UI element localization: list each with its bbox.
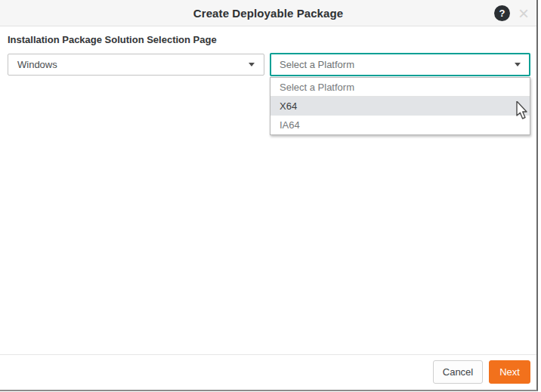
create-deployable-package-dialog: Create Deployable Package ? × Installati…: [0, 0, 538, 391]
dropdown-option-select-a-platform[interactable]: Select a Platform: [270, 78, 530, 97]
platform-select-value: Select a Platform: [280, 59, 515, 70]
chevron-down-icon: [515, 63, 521, 66]
dropdown-option-ia64[interactable]: IA64: [270, 116, 530, 134]
platform-dropdown-list: Select a Platform X64 IA64: [270, 77, 530, 135]
next-button[interactable]: Next: [489, 360, 530, 384]
dialog-header: Create Deployable Package ? ×: [0, 0, 536, 26]
page-title: Installation Package Solution Selection …: [8, 34, 217, 45]
help-icon[interactable]: ?: [494, 5, 510, 21]
dialog-footer: Cancel Next: [0, 354, 536, 390]
close-icon[interactable]: ×: [515, 5, 532, 21]
header-icons: ? ×: [494, 0, 532, 26]
os-select-value: Windows: [17, 59, 249, 70]
dropdown-option-x64[interactable]: X64: [270, 97, 530, 116]
dialog-title: Create Deployable Package: [193, 7, 343, 20]
cancel-button[interactable]: Cancel: [433, 360, 483, 384]
platform-select[interactable]: Select a Platform: [270, 53, 530, 76]
chevron-down-icon: [249, 63, 255, 66]
os-select[interactable]: Windows: [8, 54, 264, 76]
